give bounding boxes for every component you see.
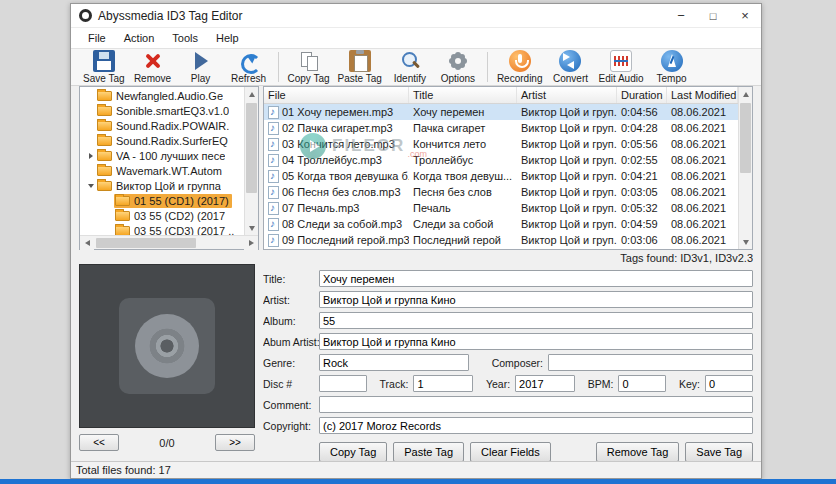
file-row[interactable]: 03 Кончится лето.mp3 Кончится лето Викто… <box>264 136 738 152</box>
tree-item[interactable]: 01 55 (CD1) (2017) <box>80 193 244 208</box>
folder-icon <box>97 91 112 101</box>
scroll-down-arrow-icon[interactable] <box>245 221 258 235</box>
toolbar-separator <box>278 52 279 82</box>
maximize-button[interactable]: □ <box>697 4 729 27</box>
music-file-icon <box>268 154 279 167</box>
title-field[interactable] <box>319 270 753 287</box>
remove-tag-button[interactable]: Remove Tag <box>596 442 680 461</box>
tree-item[interactable]: Sound.Radix.SurferEQ <box>80 133 244 148</box>
menu-item[interactable]: Action <box>115 28 164 49</box>
file-row[interactable]: 08 Следи за собой.mp3 Следи за собой Вик… <box>264 216 738 232</box>
folder-tree-panel: Newfangled.Audio.Ge Sonible.smartEQ3.v1.… <box>79 86 259 250</box>
title-bar: Abyssmedia ID3 Tag Editor − □ × <box>71 4 761 28</box>
music-file-icon <box>268 186 279 199</box>
copy-tag-button[interactable]: Copy Tag <box>319 442 387 461</box>
play-button[interactable]: Play <box>177 49 225 85</box>
disc-field[interactable] <box>319 375 367 392</box>
file-row[interactable]: 09 Последний герой.mp3 Последний герой В… <box>264 232 738 248</box>
tag-form: Tags found: ID3v1, ID3v2.3 Title: Artist… <box>263 250 753 461</box>
tree-item[interactable]: Виктор Цой и группа <box>80 178 244 193</box>
recording-button[interactable]: Recording <box>493 49 547 85</box>
file-row[interactable]: 05 Когда твоя девушка б... Когда твоя де… <box>264 168 738 184</box>
options-button[interactable]: Options <box>434 49 482 85</box>
paste-tag-button[interactable]: Paste Tag <box>393 442 464 461</box>
prev-art-button[interactable]: << <box>79 434 119 451</box>
scroll-up-arrow-icon[interactable] <box>739 87 753 101</box>
paste-tag-button[interactable]: Paste Tag <box>334 49 386 85</box>
convert-button[interactable]: Convert <box>546 49 594 85</box>
tempo-button[interactable]: Tempo <box>648 49 696 85</box>
file-name: 01 Хочу перемен.mp3 <box>282 104 393 120</box>
artist-field[interactable] <box>319 291 753 308</box>
scroll-down-arrow-icon[interactable] <box>739 235 753 249</box>
track-field[interactable] <box>413 375 473 392</box>
edit-audio-button[interactable]: Edit Audio <box>594 49 647 85</box>
scrollbar-thumb[interactable] <box>740 103 751 173</box>
tree-item[interactable]: Wavemark.WT.Autom <box>80 163 244 178</box>
tree-item-label: 03 55 (CD3) (2017 .. <box>134 225 234 236</box>
tree-horizontal-scrollbar[interactable] <box>80 235 258 249</box>
bpm-field[interactable] <box>618 375 666 392</box>
column-header[interactable]: Duration <box>617 87 667 103</box>
column-header[interactable]: File <box>264 87 409 103</box>
album-field[interactable] <box>319 312 753 329</box>
file-name: 06 Песня без слов.mp3 <box>282 184 401 200</box>
remove-button[interactable]: Remove <box>129 49 177 85</box>
composer-field[interactable] <box>548 354 753 371</box>
file-row[interactable]: 04 Троллейбус.mp3 Троллейбус Виктор Цой … <box>264 152 738 168</box>
file-name: 07 Печаль.mp3 <box>282 200 359 216</box>
clear-fields-button[interactable]: Clear Fields <box>470 442 551 461</box>
art-counter: 0/0 <box>119 437 215 449</box>
tree-item[interactable]: 03 55 (CD3) (2017 .. <box>80 223 244 235</box>
file-row[interactable]: 01 Хочу перемен.mp3 Хочу перемен Виктор … <box>264 104 738 120</box>
file-duration: 0:03:05 <box>617 184 667 200</box>
file-name: 09 Последний герой.mp3 <box>282 232 409 248</box>
file-row[interactable]: 06 Песня без слов.mp3 Песня без слов Вик… <box>264 184 738 200</box>
file-duration: 0:04:56 <box>617 104 667 120</box>
album-artist-field[interactable] <box>319 333 753 350</box>
scrollbar-thumb[interactable] <box>96 238 196 248</box>
track-field-label: Track: <box>380 378 414 390</box>
column-header[interactable]: Artist <box>517 87 617 103</box>
minimize-button[interactable]: − <box>665 4 697 27</box>
copy-tag-button[interactable]: Copy Tag <box>284 49 334 85</box>
tree-item-label: Виктор Цой и группа <box>116 180 221 192</box>
menu-item[interactable]: File <box>79 28 115 49</box>
tree-item[interactable]: 03 55 (CD2) (2017 <box>80 208 244 223</box>
tree-item[interactable]: Newfangled.Audio.Ge <box>80 88 244 103</box>
folder-icon <box>97 136 112 146</box>
menu-item[interactable]: Help <box>207 28 248 49</box>
next-art-button[interactable]: >> <box>215 434 255 451</box>
menu-item[interactable]: Tools <box>163 28 207 49</box>
file-modified: 08.06.2021 <box>667 104 738 120</box>
tree-item[interactable]: Sonible.smartEQ3.v1.0 <box>80 103 244 118</box>
copyright-field[interactable] <box>319 417 753 434</box>
key-field[interactable] <box>705 375 753 392</box>
refresh-button[interactable]: Refresh <box>225 49 273 85</box>
year-field-label: Year: <box>486 378 515 390</box>
scroll-up-arrow-icon[interactable] <box>245 87 258 101</box>
close-button[interactable]: × <box>729 4 761 27</box>
column-header[interactable]: Last Modified <box>667 87 738 103</box>
file-title: Когда твоя девуш... <box>409 168 517 184</box>
toolbar: Save Tag Remove Play Refresh Copy Tag <box>71 49 761 86</box>
scroll-left-arrow-icon[interactable] <box>80 236 94 250</box>
scroll-right-arrow-icon[interactable] <box>244 236 258 250</box>
file-name: 02 Пачка сигарет.mp3 <box>282 120 393 136</box>
column-header[interactable]: Title <box>409 87 517 103</box>
identify-button[interactable]: Identify <box>386 49 434 85</box>
file-row[interactable]: 07 Печаль.mp3 Печаль Виктор Цой и груп..… <box>264 200 738 216</box>
tree-item[interactable]: VA - 100 лучших песе <box>80 148 244 163</box>
save-tag-button[interactable]: Save Tag <box>79 49 129 85</box>
file-row[interactable]: 02 Пачка сигарет.mp3 Пачка сигарет Викто… <box>264 120 738 136</box>
comment-field[interactable] <box>319 396 753 413</box>
year-field[interactable] <box>515 375 575 392</box>
play-icon <box>190 50 212 72</box>
tree-vertical-scrollbar[interactable] <box>244 87 258 235</box>
genre-field[interactable] <box>319 354 469 371</box>
file-artist: Виктор Цой и груп... <box>517 104 617 120</box>
tree-item[interactable]: Sound.Radix.POWAIR. <box>80 118 244 133</box>
list-vertical-scrollbar[interactable] <box>738 87 752 249</box>
save-tag-button[interactable]: Save Tag <box>685 442 753 461</box>
scrollbar-thumb[interactable] <box>246 103 257 193</box>
